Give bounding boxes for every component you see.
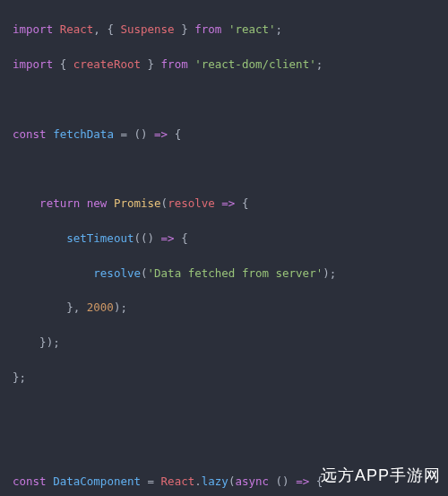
code-line: import { createRoot } from 'react-dom/cl…: [13, 56, 448, 73]
blank-line: [13, 160, 448, 177]
code-line: import React, { Suspense } from 'react';: [13, 21, 448, 38]
blank-line: [13, 438, 448, 455]
code-line: const DataComponent = React.lazy(async (…: [13, 473, 448, 490]
code-line: };: [13, 369, 448, 386]
code-editor-content[interactable]: import React, { Suspense } from 'react';…: [13, 4, 448, 496]
code-line: resolve('Data fetched from server');: [13, 265, 448, 282]
code-line: setTimeout(() => {: [13, 230, 448, 247]
blank-line: [13, 404, 448, 421]
code-line: });: [13, 334, 448, 351]
code-line: }, 2000);: [13, 299, 448, 316]
code-line: const fetchData = () => {: [13, 126, 448, 143]
blank-line: [13, 91, 448, 108]
code-line: return new Promise(resolve => {: [13, 195, 448, 212]
